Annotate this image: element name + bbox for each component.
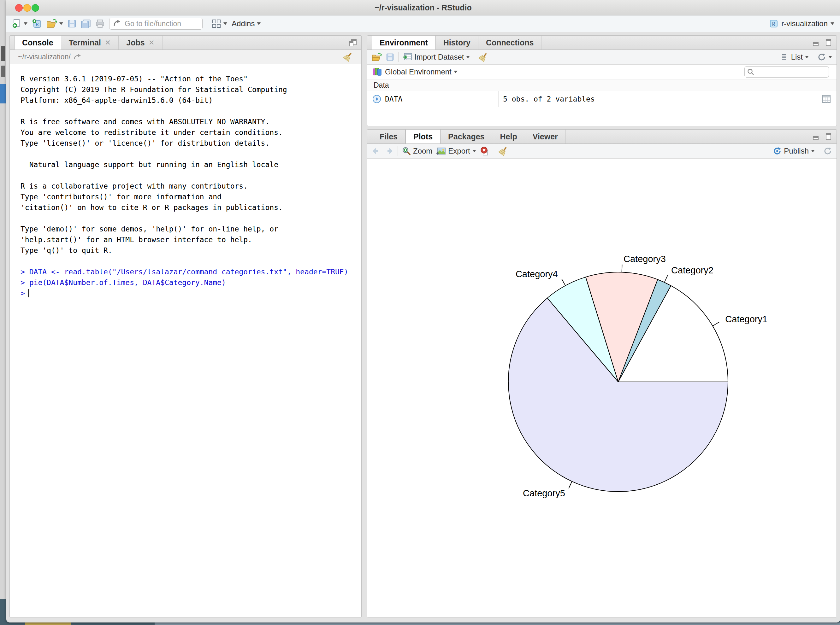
tab-files[interactable]: Files [372, 130, 405, 143]
open-folder-icon [47, 19, 57, 28]
previous-plot-arrow-icon[interactable] [372, 147, 380, 155]
save-workspace-icon[interactable] [386, 53, 394, 61]
tab-terminal[interactable]: Terminal✕ [61, 36, 119, 50]
close-button[interactable] [15, 4, 23, 12]
console-output[interactable]: R version 3.6.1 (2019-07-05) -- "Action … [10, 64, 361, 299]
zoom-plot-button[interactable]: Zoom [402, 147, 432, 155]
addins-button[interactable]: Addins [232, 19, 261, 28]
desktop-accent [154, 622, 840, 625]
import-dataset-icon [403, 53, 412, 61]
chevron-down-icon [811, 150, 815, 152]
save-all-icon [81, 19, 91, 28]
console-line [20, 106, 361, 117]
clear-console-broom-icon[interactable] [343, 52, 353, 62]
environment-search-box[interactable] [744, 66, 829, 78]
refresh-icon [817, 53, 826, 62]
tab-jobs[interactable]: Jobs✕ [118, 36, 162, 50]
console-line: Copyright (C) 2019 The R Foundation for … [20, 84, 361, 95]
tab-packages[interactable]: Packages [441, 130, 492, 143]
import-dataset-button[interactable]: Import Dataset [403, 53, 470, 62]
minimize-panel-icon[interactable] [812, 39, 820, 47]
tab-connections[interactable]: Connections [478, 36, 541, 50]
refresh-environment-button[interactable] [817, 53, 832, 62]
toolbar-separator [819, 146, 819, 156]
minimize-button[interactable] [23, 4, 31, 12]
console-line: Type 'license()' or 'licence()' for dist… [20, 138, 361, 149]
plots-toolbar: Zoom Export Publish [367, 144, 837, 159]
clear-all-plots-broom-icon[interactable] [498, 146, 508, 156]
chevron-down-icon [828, 56, 832, 58]
window-title: ~/r-visualization - RStudio [6, 0, 840, 15]
object-summary: 5 obs. of 2 variables [498, 91, 595, 107]
close-icon[interactable]: ✕ [105, 39, 111, 47]
save-button[interactable] [67, 19, 76, 28]
title-bar[interactable]: ~/r-visualization - RStudio [6, 0, 840, 16]
tab-label: Environment [380, 38, 428, 47]
r-project-icon: R [769, 19, 778, 28]
close-icon[interactable]: ✕ [149, 39, 154, 47]
tab-plots[interactable]: Plots [405, 130, 441, 143]
refresh-plot-icon[interactable] [823, 147, 832, 155]
console-line: Type 'contributors()' for more informati… [20, 191, 361, 202]
console-prompt-line[interactable]: > [20, 288, 361, 299]
console-line: R is free software and comes with ABSOLU… [20, 117, 361, 127]
tab-viewer[interactable]: Viewer [525, 130, 566, 143]
goto-file-search[interactable] [109, 18, 203, 30]
publish-button[interactable]: Publish [773, 147, 815, 155]
tab-history[interactable]: History [436, 36, 478, 50]
clear-environment-broom-icon[interactable] [478, 52, 488, 62]
chevron-down-icon [59, 22, 63, 25]
pie-label: Category4 [516, 269, 558, 279]
console-line: You are welcome to redistribute it under… [20, 127, 361, 138]
tab-help[interactable]: Help [492, 130, 525, 143]
minimize-panel-icon[interactable] [812, 133, 820, 140]
new-project-icon: R [32, 19, 42, 29]
environment-view-mode-button[interactable]: List [781, 53, 809, 62]
load-workspace-folder-icon[interactable] [372, 53, 382, 62]
console-line: Type 'q()' to quit R. [20, 245, 361, 256]
data-section-header: Data [367, 79, 837, 91]
tab-console[interactable]: Console [14, 36, 61, 50]
expand-object-icon[interactable] [372, 95, 381, 103]
console-panel: Console Terminal✕ Jobs✕ ~/r-visualizatio… [9, 35, 362, 617]
goto-directory-icon[interactable] [74, 53, 81, 60]
zoom-button[interactable] [31, 4, 39, 12]
remove-plot-icon[interactable] [480, 146, 490, 156]
console-line: R version 3.6.1 (2019-07-05) -- "Action … [20, 73, 361, 84]
view-data-grid-icon[interactable] [822, 95, 831, 103]
open-file-button[interactable] [47, 19, 63, 28]
next-plot-arrow-icon[interactable] [385, 147, 393, 155]
background-desktop [0, 599, 6, 625]
main-toolbar: R Addi [6, 16, 840, 32]
export-plot-button[interactable]: Export [436, 147, 476, 155]
print-button[interactable] [95, 19, 105, 28]
maximize-panel-icon[interactable] [824, 39, 832, 47]
toolbar-separator [398, 52, 399, 62]
maximize-panel-icon[interactable] [349, 39, 357, 47]
tab-label: Terminal [69, 38, 101, 47]
console-line: R is a collaborative project with many c… [20, 181, 361, 191]
rstudio-window: ~/r-visualization - RStudio R [6, 0, 840, 622]
text-cursor [28, 289, 30, 297]
scope-label: Global Environment [385, 67, 452, 76]
environment-panel: Environment History Connections Import D… [367, 35, 837, 126]
save-all-button[interactable] [81, 19, 91, 28]
workspace-panes-button[interactable] [212, 19, 227, 28]
chevron-down-icon [466, 56, 470, 58]
zoom-magnifier-icon [402, 147, 411, 155]
chevron-down-icon [454, 71, 458, 73]
new-project-button[interactable]: R [32, 19, 42, 29]
environment-search-input[interactable] [756, 67, 826, 76]
maximize-panel-icon[interactable] [824, 133, 832, 140]
publish-icon [773, 147, 782, 155]
scope-selector[interactable]: Global Environment [385, 67, 458, 76]
project-chooser[interactable]: R r-visualization [769, 19, 834, 28]
new-file-button[interactable] [12, 19, 28, 28]
environment-object-row[interactable]: DATA 5 obs. of 2 variables [367, 91, 837, 107]
goto-arrow-icon [113, 20, 121, 28]
tab-environment[interactable]: Environment [372, 36, 436, 50]
chevron-down-icon [805, 56, 809, 58]
chevron-down-icon [257, 22, 261, 25]
goto-file-input[interactable] [124, 19, 198, 28]
tab-label: Viewer [533, 132, 558, 141]
